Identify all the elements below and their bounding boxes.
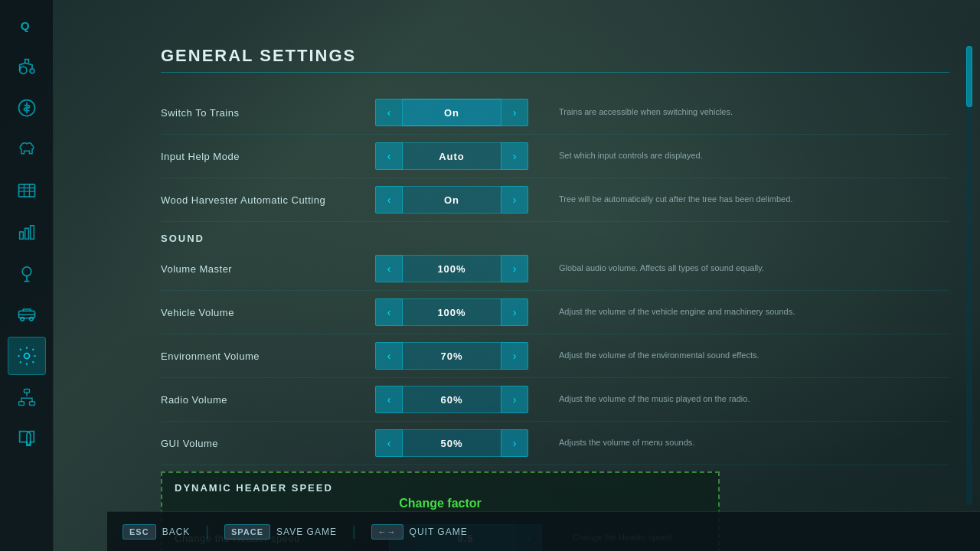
switch-trains-next-button[interactable]: › [501, 99, 528, 126]
wood-harvester-value: On [403, 186, 501, 214]
svg-point-2 [30, 69, 34, 73]
svg-rect-14 [18, 402, 24, 406]
sidebar-item-settings[interactable] [8, 337, 46, 375]
radio-volume-desc: Adjust the volume of the music played on… [528, 393, 949, 405]
svg-rect-15 [29, 402, 34, 406]
svg-point-12 [24, 354, 29, 359]
switch-trains-desc: Trains are accessible when switching veh… [528, 106, 949, 118]
save-game-label: SAVE GAME [276, 527, 337, 537]
sidebar-item-fields[interactable] [8, 171, 46, 210]
volume-master-desc: Global audio volume. Affects all types o… [528, 262, 949, 274]
setting-row-volume-master: Volume Master ‹ 100% › Global audio volu… [161, 247, 949, 291]
switch-trains-value: On [403, 99, 501, 126]
setting-control-input-help-mode: ‹ Auto › [375, 142, 528, 170]
svg-rect-5 [19, 232, 23, 239]
sidebar-item-animals[interactable] [8, 130, 46, 168]
setting-control-switch-to-trains: ‹ On › [375, 99, 528, 126]
gui-volume-desc: Adjusts the volume of menu sounds. [528, 437, 949, 448]
vehicle-volume-desc: Adjust the volume of the vehicle engine … [528, 306, 949, 318]
volume-master-value: 100% [403, 255, 501, 282]
svg-rect-13 [24, 390, 29, 393]
settings-list: Switch To Trains ‹ On › Trains are acces… [161, 91, 949, 551]
content-area: GENERAL SETTINGS Switch To Trains ‹ On ›… [54, 0, 980, 551]
setting-label-wood-harvester: Wood Harvester Automatic Cutting [161, 194, 375, 206]
setting-control-vehicle-volume: ‹ 100% › [375, 298, 528, 326]
wood-harvester-desc: Tree will be automatically cut after the… [528, 194, 949, 205]
setting-control-volume-master: ‹ 100% › [375, 255, 528, 282]
setting-row-wood-harvester: Wood Harvester Automatic Cutting ‹ On › … [161, 178, 949, 222]
input-help-desc: Set which input controls are displayed. [528, 150, 949, 161]
page-title: GENERAL SETTINGS [161, 46, 949, 73]
volume-master-next-button[interactable]: › [501, 255, 528, 282]
space-key-badge: SPACE [224, 524, 270, 540]
volume-master-prev-button[interactable]: ‹ [375, 255, 403, 282]
quit-game-button[interactable]: ←→ QUIT GAME [371, 524, 468, 540]
input-help-value: Auto [403, 142, 501, 170]
scrollbar-thumb[interactable] [966, 46, 972, 107]
sidebar: Q [0, 0, 54, 551]
sidebar-item-book[interactable] [8, 419, 46, 458]
sidebar-item-q[interactable]: Q [8, 6, 46, 44]
wood-harvester-prev-button[interactable]: ‹ [375, 186, 403, 214]
setting-label-input-help-mode: Input Help Mode [161, 151, 375, 162]
setting-row-switch-to-trains: Switch To Trains ‹ On › Trains are acces… [161, 91, 949, 135]
vehicle-volume-value: 100% [403, 298, 501, 326]
gui-volume-next-button[interactable]: › [501, 429, 528, 457]
gui-volume-prev-button[interactable]: ‹ [375, 429, 403, 457]
setting-label-environment-volume: Environment Volume [161, 350, 375, 362]
setting-control-gui-volume: ‹ 50% › [375, 429, 528, 457]
input-help-prev-button[interactable]: ‹ [375, 142, 403, 170]
bottom-bar: ESC BACK | SPACE SAVE GAME | ←→ QUIT GAM… [107, 511, 980, 551]
environment-volume-desc: Adjust the volume of the environmental s… [528, 350, 949, 361]
switch-trains-prev-button[interactable]: ‹ [375, 99, 403, 126]
main-content: GENERAL SETTINGS Switch To Trains ‹ On ›… [54, 0, 980, 551]
svg-point-8 [22, 267, 31, 276]
quit-game-label: QUIT GAME [410, 527, 468, 537]
change-factor-label: Change factor [175, 497, 706, 510]
svg-point-1 [19, 67, 26, 73]
svg-rect-7 [30, 226, 34, 240]
vehicle-volume-prev-button[interactable]: ‹ [375, 298, 403, 326]
setting-label-radio-volume: Radio Volume [161, 394, 375, 406]
scrollbar[interactable] [966, 46, 972, 505]
sidebar-item-money[interactable] [8, 89, 46, 127]
setting-control-wood-harvester: ‹ On › [375, 186, 528, 214]
vehicle-volume-next-button[interactable]: › [501, 298, 528, 326]
radio-volume-value: 60% [403, 386, 501, 413]
environment-volume-prev-button[interactable]: ‹ [375, 342, 403, 370]
input-help-next-button[interactable]: › [501, 142, 528, 170]
setting-row-vehicle-volume: Vehicle Volume ‹ 100% › Adjust the volum… [161, 291, 949, 334]
setting-label-vehicle-volume: Vehicle Volume [161, 307, 375, 318]
setting-label-volume-master: Volume Master [161, 263, 375, 275]
svg-text:Q: Q [20, 19, 29, 32]
back-label: BACK [162, 527, 191, 537]
setting-label-switch-to-trains: Switch To Trains [161, 107, 375, 119]
environment-volume-value: 70% [403, 342, 501, 370]
sidebar-item-network[interactable] [8, 378, 46, 416]
svg-point-11 [29, 318, 33, 321]
environment-volume-next-button[interactable]: › [501, 342, 528, 370]
dynamic-header-title: DYNAMIC HEADER SPEED [175, 482, 706, 494]
svg-rect-6 [24, 228, 28, 239]
setting-row-gui-volume: GUI Volume ‹ 50% › Adjusts the volume of… [161, 422, 949, 465]
setting-row-radio-volume: Radio Volume ‹ 60% › Adjust the volume o… [161, 378, 949, 422]
radio-volume-next-button[interactable]: › [501, 386, 528, 413]
setting-label-gui-volume: GUI Volume [161, 438, 375, 449]
esc-key-badge: ESC [122, 524, 156, 540]
setting-control-environment-volume: ‹ 70% › [375, 342, 528, 370]
radio-volume-prev-button[interactable]: ‹ [375, 386, 403, 413]
setting-row-input-help-mode: Input Help Mode ‹ Auto › Set which input… [161, 135, 949, 178]
sound-section-header: SOUND [161, 222, 949, 247]
sidebar-item-tutorial[interactable] [8, 254, 46, 292]
separator-1: | [205, 523, 209, 540]
back-button[interactable]: ESC BACK [122, 524, 190, 540]
svg-point-10 [20, 318, 24, 321]
sidebar-item-production[interactable] [8, 213, 46, 251]
save-game-button[interactable]: SPACE SAVE GAME [224, 524, 337, 540]
wood-harvester-next-button[interactable]: › [501, 186, 528, 214]
sidebar-item-vehicles[interactable] [8, 295, 46, 334]
setting-row-environment-volume: Environment Volume ‹ 70% › Adjust the vo… [161, 334, 949, 378]
separator-2: | [352, 523, 356, 540]
sidebar-item-tractor[interactable] [8, 47, 46, 86]
gui-volume-value: 50% [403, 429, 501, 457]
